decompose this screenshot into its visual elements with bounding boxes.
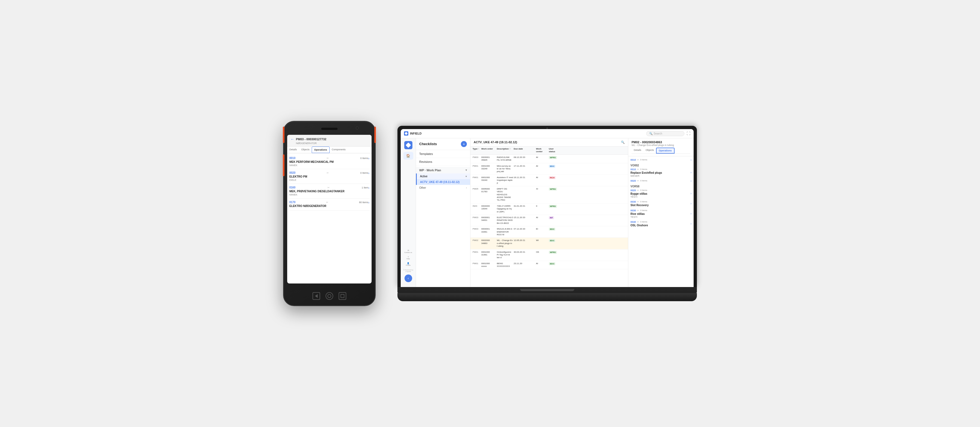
ops-chevron-icon[interactable]: ›	[690, 212, 692, 215]
ops-op-code[interactable]: 0030	[630, 209, 636, 212]
cell-due: 17.11.20 21	[514, 165, 535, 167]
checklists-header: Checklists +	[416, 139, 470, 150]
cell-type: PM03	[473, 216, 481, 219]
ops-op-code[interactable]: 0010	[630, 158, 636, 161]
ops-chevron-icon[interactable]: ›	[690, 202, 692, 205]
phone-accent-left-side	[283, 155, 285, 176]
item-code[interactable]: 0010	[290, 156, 295, 159]
clip-icon: ✂	[326, 201, 328, 204]
ops-op-header: 0020 ✂ 0 items	[630, 180, 648, 182]
status-badge: RICH	[549, 176, 555, 179]
cell-status: WPRG	[549, 205, 558, 208]
table-row[interactable]: PM01 000100033249 Mini-survey av kr an f…	[470, 163, 628, 175]
item-chevron-icon[interactable]: ›	[368, 201, 369, 204]
tab-components[interactable]: Components	[330, 147, 348, 153]
phone-device: ← PM03 - 000300127732 NØDGENERATOR Detai…	[283, 121, 375, 306]
panel-workorders: ACTV_UKE 47-49 (19.11-02.12) 🔍 Type ↑ Wo…	[470, 139, 628, 287]
ops-item: 0010 ✂ 0 items Replace Evo/eRed plugs WE…	[630, 168, 692, 177]
item-chevron-icon[interactable]: ›	[368, 186, 369, 190]
ops-op-header: 0010 ✂ 0 items	[630, 158, 648, 161]
sidebar-help[interactable]: ? Help	[406, 255, 410, 260]
ops-op-code[interactable]: 0010	[630, 168, 636, 171]
app-name: INFIELD	[410, 132, 422, 135]
tab-objects[interactable]: Objects	[299, 147, 312, 153]
list-item: 0010 ✂ 0 Items MEK PERFORM MECHANICAL PM…	[290, 155, 369, 169]
phone-home-btn[interactable]	[326, 292, 333, 300]
ops-item-row: 0030 ✂ 0 items Slot Recovery ›	[630, 201, 692, 207]
ops-section-vor58: VOR58	[630, 185, 692, 188]
maximize-icon[interactable]: ⛶	[687, 131, 690, 135]
item-chevron-icon[interactable]: ›	[368, 171, 369, 175]
ops-item-left: 0030 ✂ 0 items Slot Recovery	[630, 201, 649, 207]
item-chevron-icon[interactable]: ›	[368, 156, 369, 160]
checklist-templates-item[interactable]: Templates	[416, 150, 470, 158]
wo-search-icon[interactable]: 🔍	[621, 140, 625, 144]
ops-tab-objects[interactable]: Objects	[644, 148, 656, 154]
cell-status: WPRG	[549, 251, 558, 254]
cell-due: 23.11.20	[514, 262, 535, 265]
ops-op-code[interactable]: 0020	[630, 189, 636, 192]
ops-item: 0020 ✂ 0 items Bygge stillas TESTI	[630, 189, 692, 198]
table-row[interactable]: PM03 000300133461 952122-A EM.G ENERATOR…	[470, 226, 628, 238]
ops-item-left: 0020 ✂ 0 items	[630, 180, 648, 183]
item-code[interactable]: 0160	[290, 186, 295, 189]
sidebar-collapse-btn[interactable]: ‹	[404, 274, 412, 282]
ops-op-code[interactable]: 0020	[630, 180, 636, 182]
ops-chevron-icon[interactable]: ›	[690, 158, 692, 161]
panel-operations: PM02 - 000200034863 WL - Change Evo-eRed…	[628, 139, 694, 287]
list-item: 0020 ✂ 0 Items ELEKTRO PM EIELE ›	[290, 169, 369, 184]
table-row[interactable]: PM05 000500001783 DRIFT OG VEDU KEHOLDS …	[470, 186, 628, 204]
home-icon: 🏠	[406, 154, 410, 158]
tab-operations[interactable]: Operations	[312, 147, 330, 153]
cell-wc: AI	[536, 165, 548, 167]
add-checklist-btn[interactable]: +	[461, 141, 467, 147]
table-row[interactable]: PM01 000100033240 Assistere IT med Inspe…	[470, 175, 628, 186]
cell-due: 07.12.20 20	[514, 228, 535, 230]
cell-due: 12.05.20 21	[514, 239, 535, 242]
item-code[interactable]: 0170	[290, 201, 295, 204]
sidebar-profile[interactable]: 👤 Profile	[405, 262, 411, 267]
laptop-hinge	[520, 289, 574, 291]
wp-active-item[interactable]: ACTV_UKE 47-49 (19.11-02.12)	[416, 179, 470, 185]
cell-wc: WI	[536, 239, 548, 242]
cell-type: PM01	[473, 176, 481, 179]
phone-recent-btn[interactable]	[339, 292, 346, 300]
wp-header[interactable]: WP · Work Plan ▾	[416, 167, 470, 174]
tab-details[interactable]: Details	[287, 147, 299, 153]
wp-other-item[interactable]: Other ›	[416, 185, 470, 191]
cell-desc: 7361-F-03555 Oppgang av Inj er (WP)	[497, 205, 513, 213]
cell-wc: EI	[536, 228, 548, 230]
phone-back-btn[interactable]	[312, 292, 320, 300]
cell-desc: 952122-A EM.G ENERATOR ROO M	[497, 228, 513, 236]
ops-op-title: Slot Recovery	[630, 204, 649, 207]
ops-item-left: 0010 ✂ 0 items Replace Evo/eRed plugs WE…	[630, 168, 662, 177]
panel-checklists: Checklists + Templates Revisions WP · Wo…	[416, 139, 470, 287]
table-row[interactable]: PM01 0001000xxxxx BENG XXXXXXXXX 23.11.2…	[470, 261, 628, 269]
back-triangle-icon	[315, 294, 318, 298]
table-row-highlighted[interactable]: PM02 000200034863 WL - Change Ev o-eRed …	[470, 238, 628, 249]
wp-active-badge[interactable]: Active ▾	[416, 174, 470, 179]
ops-chevron-icon[interactable]: ›	[690, 171, 692, 174]
sidebar-contact[interactable]: ✉ Contact us	[404, 249, 413, 254]
back-arrow-icon[interactable]: ←	[290, 137, 294, 141]
topbar-search[interactable]: 🔍 Search	[646, 131, 684, 136]
table-row[interactable]: IN03 000400010044 7361-F-03555 Oppgang a…	[470, 204, 628, 215]
item-code[interactable]: 0020	[290, 171, 295, 174]
table-row[interactable]: PM03 000300135845 RADIOJLINK FIL SYD ARN…	[470, 155, 628, 163]
ops-op-code[interactable]: 0030	[630, 201, 636, 203]
phone-wo-id: PM03 - 000300127732	[296, 137, 326, 141]
sidebar-item-home[interactable]: 🏠	[403, 152, 413, 159]
checklist-revisions-item[interactable]: Revisions	[416, 158, 470, 166]
ops-op-code[interactable]: 0040	[630, 221, 636, 223]
ops-tab-details[interactable]: Details	[632, 148, 644, 154]
list-item-row: 0170 ✂ 80 items ELEKTRO NØDGENERATOR ›	[290, 201, 369, 208]
item-sub: MIMEK	[290, 164, 368, 167]
ops-chevron-icon[interactable]: ›	[690, 192, 692, 195]
table-row[interactable]: PM03 000300134631 ELECTROCHLO RINATION S…	[470, 215, 628, 226]
ops-chevron-icon[interactable]: ›	[690, 222, 692, 225]
ops-chevron-icon[interactable]: ›	[690, 180, 692, 182]
table-row[interactable]: PM01 000100031991 Omkonfigurere Pi Tag V…	[470, 249, 628, 261]
ops-tab-operations[interactable]: Operations	[656, 148, 675, 154]
item-badge: 1 item	[361, 186, 368, 189]
help-icon: ?	[408, 256, 409, 258]
